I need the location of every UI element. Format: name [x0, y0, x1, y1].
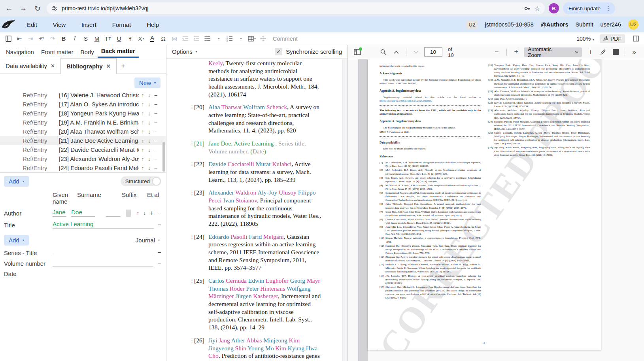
- text-case-button[interactable]: TT: [103, 34, 113, 44]
- drag-handle-icon[interactable]: ⋮: [189, 189, 194, 227]
- menu-format[interactable]: Format: [105, 21, 138, 28]
- move-up-icon[interactable]: ↑: [142, 156, 144, 162]
- move-down-icon[interactable]: ↓: [148, 165, 151, 171]
- author-move-down-icon[interactable]: ↓: [143, 210, 146, 216]
- pdf-zoom-in-icon[interactable]: +: [511, 47, 521, 57]
- drag-handle-icon[interactable]: ⋮: [189, 277, 194, 331]
- author-move-up-icon[interactable]: ↑: [136, 210, 139, 216]
- browser-profile-avatar[interactable]: B: [549, 3, 559, 13]
- etal-checkbox[interactable]: [126, 210, 131, 217]
- title-field[interactable]: Active Learning: [53, 221, 154, 229]
- bold-button[interactable]: B: [59, 34, 69, 44]
- list-scrollbar[interactable]: [162, 142, 165, 172]
- remove-icon[interactable]: −: [154, 110, 157, 117]
- drag-handle-icon[interactable]: ⋮: [189, 336, 194, 361]
- zoom-dropdown[interactable]: 100% ▾: [576, 36, 594, 42]
- drag-handle-icon[interactable]: ⋮: [189, 160, 194, 183]
- suffix-field[interactable]: [106, 209, 121, 217]
- bibliography-entry[interactable]: ⋮[21]Jane Doe, Active Learning , Series …: [189, 140, 340, 155]
- italic-button[interactable]: I: [70, 34, 80, 44]
- move-up-icon[interactable]: ↑: [142, 147, 144, 153]
- series-title-field[interactable]: [53, 249, 153, 256]
- remove-icon[interactable]: −: [154, 147, 157, 153]
- bibliography-entry[interactable]: ⋮[24]Edoardo Pasolli Farid Melgani, Gaus…: [189, 233, 340, 272]
- table-button[interactable]: ▾: [247, 34, 257, 44]
- structured-toggle[interactable]: Structured: [121, 176, 161, 186]
- remove-icon[interactable]: −: [154, 119, 157, 126]
- menu-view[interactable]: View: [46, 21, 73, 28]
- ref-entry-row[interactable]: Ref/Entry[17] Alan O. Sykes An introduct…: [0, 100, 166, 109]
- bookmark-star-icon[interactable]: ☆: [534, 5, 540, 12]
- redo-icon[interactable]: ↷: [47, 34, 58, 44]
- browser-back-icon[interactable]: ←: [4, 3, 14, 13]
- tab-bibliography[interactable]: Bibliography✕: [60, 58, 117, 74]
- inline-element-icon[interactable]: ⋈: [169, 34, 179, 44]
- pdf-search-icon[interactable]: [378, 47, 388, 57]
- series-remove-icon[interactable]: −: [158, 249, 161, 256]
- move-down-icon[interactable]: ↓: [148, 138, 151, 144]
- font-color-button[interactable]: A: [147, 34, 157, 44]
- move-up-icon[interactable]: ↑: [142, 138, 144, 144]
- tab-data-availability[interactable]: Data availability✕: [0, 58, 60, 74]
- menu-insert[interactable]: Insert: [74, 21, 104, 28]
- tab-front-matter[interactable]: Front matter: [38, 46, 77, 58]
- pdf-zoom-select[interactable]: Automatic Zoom: [524, 47, 582, 57]
- remove-icon[interactable]: −: [154, 165, 157, 171]
- pdf-page-number-input[interactable]: [424, 47, 442, 57]
- author-remove-icon[interactable]: −: [158, 210, 161, 217]
- tab-body[interactable]: Body: [77, 46, 98, 58]
- move-up-icon[interactable]: ↑: [142, 101, 144, 108]
- ref-entry-row[interactable]: Ref/Entry[21] Jane Doe Active Learning↑↓…: [0, 136, 166, 145]
- remove-icon[interactable]: −: [154, 129, 157, 135]
- script-dropdown[interactable]: X▾: [136, 34, 146, 44]
- synchronize-scrolling-checkbox[interactable]: ✓: [275, 48, 282, 55]
- remove-icon[interactable]: −: [154, 156, 157, 162]
- volume-remove-icon[interactable]: −: [158, 260, 161, 267]
- menu-help[interactable]: Help: [140, 21, 166, 28]
- ref-entry-row[interactable]: Ref/Entry[16] Valerie J. Harwood Christo…: [0, 91, 166, 100]
- ref-entry-row[interactable]: Ref/Entry[19] A.M. Franklin N.E. Brinkma…: [0, 118, 166, 127]
- doi-link[interactable]: https://doi.org/10.1016/j.jstmdocs.2025.…: [380, 99, 431, 102]
- add-field-button[interactable]: Add▾: [4, 176, 29, 187]
- browser-forward-icon[interactable]: →: [18, 3, 28, 13]
- move-up-icon[interactable]: ↑: [142, 165, 144, 171]
- strike-button[interactable]: S: [81, 34, 91, 44]
- browser-reload-icon[interactable]: ↻: [32, 3, 43, 13]
- remove-icon[interactable]: −: [154, 92, 157, 98]
- tab-back-matter[interactable]: Back matter: [98, 45, 139, 58]
- pdf-next-page-icon[interactable]: [411, 47, 421, 57]
- author-add-icon[interactable]: +: [150, 210, 153, 217]
- middle-scrollbar[interactable]: [342, 59, 347, 361]
- url-text[interactable]: primo-test.trivic.io/dp/jwtwkleh32vqj: [62, 5, 520, 11]
- move-down-icon[interactable]: ↓: [148, 119, 151, 126]
- move-down-icon[interactable]: ↓: [148, 110, 151, 117]
- ref-entry-row[interactable]: Ref/Entry[23] Alexander Waldron Aly-Joy …: [0, 154, 166, 163]
- move-up-icon[interactable]: ↑: [142, 92, 144, 98]
- close-tab-icon[interactable]: ✕: [106, 63, 111, 69]
- move-down-icon[interactable]: ↓: [148, 92, 151, 98]
- ref-entry-row[interactable]: Ref/Entry[20] Alaa Tharwat Wolfram Schen…: [0, 127, 166, 136]
- special-char-button[interactable]: Ω: [158, 34, 168, 44]
- volume-number-field[interactable]: [53, 260, 153, 267]
- remove-icon[interactable]: −: [154, 138, 157, 144]
- pdf-highlight-color-swatch[interactable]: [610, 47, 621, 57]
- ref-entry-row[interactable]: Ref/Entry[22] Davide Cacciarelli Murat K…: [0, 145, 166, 154]
- outdent-icon[interactable]: [180, 34, 191, 44]
- skip-end-icon[interactable]: ⇥: [25, 34, 36, 44]
- close-tab-icon[interactable]: ✕: [51, 63, 55, 69]
- surname-field[interactable]: Doe: [71, 209, 95, 217]
- move-down-icon[interactable]: ↓: [148, 101, 151, 108]
- bibliography-entry[interactable]: ⋮[23]Alexander Waldron Aly-Joy Ulusoy Fi…: [189, 189, 340, 227]
- math-style-button[interactable]: M: [92, 34, 102, 44]
- drag-handle-icon[interactable]: ⋮: [189, 233, 194, 272]
- move-down-icon[interactable]: ↓: [148, 129, 151, 135]
- bullet-list-button[interactable]: [202, 34, 213, 44]
- ref-entry-row[interactable]: Ref/Entry[18] Yongeun Park Kyung Hwa Ch↑…: [0, 109, 166, 118]
- indent-icon[interactable]: [191, 34, 202, 44]
- browser-menu-icon[interactable]: ⋮: [604, 5, 613, 12]
- pdf-more-tools-icon[interactable]: »: [629, 47, 639, 57]
- bibliography-entry[interactable]: ⋮[26]Jiyi Jang Ather Abbas Minjeong Kim …: [189, 336, 340, 361]
- add-field-button-2[interactable]: Add▾: [4, 235, 29, 246]
- underline-button[interactable]: U: [114, 34, 124, 44]
- reference-type-dropdown[interactable]: Journal▾: [136, 237, 160, 244]
